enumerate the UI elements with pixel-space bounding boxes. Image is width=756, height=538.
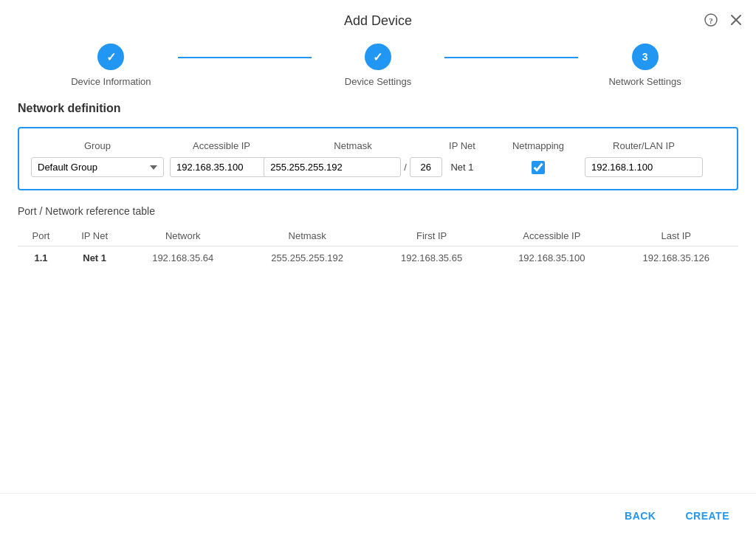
col-header-netmask: Netmask — [241, 226, 374, 246]
header-netmask: Netmask — [279, 140, 427, 151]
cidr-slash: / — [404, 162, 407, 173]
back-button[interactable]: BACK — [616, 506, 664, 526]
col-header-network: Network — [125, 226, 241, 246]
dialog-icons: ? — [703, 12, 744, 28]
step-2-check: ✓ — [373, 50, 382, 64]
step-3-label: Network Settings — [608, 76, 681, 87]
step-2-label: Device Settings — [345, 76, 411, 87]
accessible-ip-input[interactable] — [170, 157, 273, 177]
router-lan-ip-cell — [585, 157, 703, 177]
step-3-number: 3 — [642, 51, 648, 63]
network-definition-box: Group Accessible IP Netmask IP Net Netma… — [18, 127, 738, 190]
cell-network: 192.168.35.64 — [125, 246, 241, 270]
section-title: Network definition — [18, 102, 738, 115]
table-row: 1.1 Net 1 192.168.35.64 255.255.255.192 … — [18, 246, 738, 270]
netmapping-cell — [498, 161, 579, 174]
cell-first-ip: 192.168.35.65 — [374, 246, 489, 270]
net-def-headers: Group Accessible IP Netmask IP Net Netma… — [31, 140, 725, 151]
step-2: ✓ Device Settings — [312, 44, 445, 87]
reference-table: Port IP Net Network Netmask First IP Acc… — [18, 226, 738, 269]
create-button[interactable]: CREATE — [676, 506, 738, 526]
help-button[interactable]: ? — [703, 12, 719, 28]
cell-netmask: 255.255.255.192 — [241, 246, 374, 270]
accessible-ip-cell — [170, 157, 273, 177]
netmapping-checkbox[interactable] — [532, 161, 545, 174]
netmask-group: / — [264, 157, 442, 177]
net-def-row: Default Group Group A Group B / — [31, 157, 725, 177]
connector-1-2 — [178, 57, 312, 58]
step-2-circle: ✓ — [365, 44, 391, 70]
header-accessible-ip: Accessible IP — [170, 140, 273, 151]
help-icon: ? — [704, 13, 718, 27]
cell-port: 1.1 — [18, 246, 64, 270]
close-button[interactable] — [728, 12, 744, 28]
connector-2-3 — [444, 57, 578, 58]
step-1: ✓ Device Information — [44, 44, 178, 87]
col-header-port: Port — [18, 226, 64, 246]
header-ip-net: IP Net — [433, 140, 492, 151]
router-lan-ip-input[interactable] — [585, 157, 703, 177]
cell-ip-net: Net 1 — [64, 246, 125, 270]
step-3: 3 Network Settings — [578, 44, 712, 87]
ip-net-value: Net 1 — [450, 162, 473, 173]
stepper: ✓ Device Information ✓ Device Settings 3… — [0, 36, 756, 102]
step-1-label: Device Information — [71, 76, 151, 87]
group-cell: Default Group Group A Group B — [31, 157, 164, 177]
col-header-ip-net: IP Net — [64, 226, 125, 246]
cell-last-ip: 192.168.35.126 — [614, 246, 738, 270]
netmask-input[interactable] — [264, 157, 401, 177]
svg-text:?: ? — [709, 16, 713, 25]
step-1-check: ✓ — [106, 50, 116, 64]
dialog-footer: BACK CREATE — [0, 493, 756, 538]
col-header-accessible-ip: Accessible IP — [489, 226, 614, 246]
col-header-first-ip: First IP — [374, 226, 489, 246]
netmask-cell: / — [279, 157, 427, 177]
dialog-content: Network definition Group Accessible IP N… — [0, 102, 756, 493]
step-3-circle: 3 — [632, 44, 659, 70]
cell-accessible-ip: 192.168.35.100 — [489, 246, 614, 270]
header-netmapping: Netmapping — [498, 140, 579, 151]
group-select[interactable]: Default Group Group A Group B — [31, 157, 164, 177]
step-1-circle: ✓ — [97, 44, 124, 70]
col-header-last-ip: Last IP — [614, 226, 738, 246]
reference-table-title: Port / Network reference table — [18, 205, 738, 217]
dialog-title: Add Device — [344, 13, 412, 29]
add-device-dialog: Add Device ? ✓ Device Information — [0, 0, 756, 538]
dialog-header: Add Device ? — [0, 0, 756, 36]
close-icon — [730, 14, 742, 26]
header-router-lan-ip: Router/LAN IP — [585, 140, 703, 151]
table-header-row: Port IP Net Network Netmask First IP Acc… — [18, 226, 738, 246]
ip-net-cell: Net 1 — [433, 162, 492, 173]
header-group: Group — [31, 140, 164, 151]
